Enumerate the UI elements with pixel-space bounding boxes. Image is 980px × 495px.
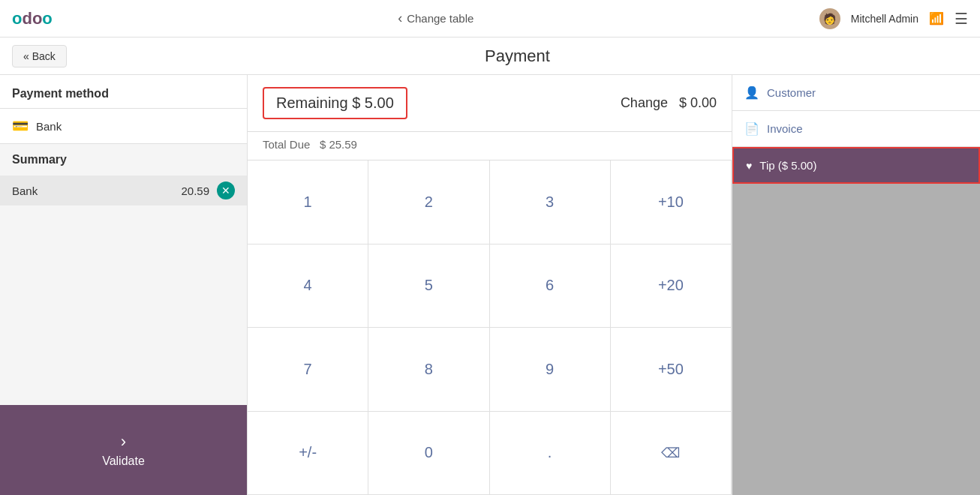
numpad-key-plus20[interactable]: +20 [611,244,732,328]
numpad-key-plusslashminus[interactable]: +/- [248,412,368,496]
numpad: 123+10456+20789+50+/-0.⌫ [248,160,732,495]
wifi-icon: 📶 [929,11,944,26]
main-layout: Payment method 💳 Bank Summary Bank 20.59… [0,75,980,495]
summary-row: Bank 20.59 ✕ [0,176,247,206]
remaining-amount: $ 5.00 [352,94,394,111]
change-table-button[interactable]: Change table [398,10,473,26]
remaining-box: Remaining $ 5.00 [263,87,407,119]
avatar: 🧑 [819,8,840,29]
numpad-key-0[interactable]: 0 [368,412,489,496]
numpad-key-9[interactable]: 9 [490,328,611,412]
total-due: Total Due $ 25.59 [248,132,732,160]
numpad-key-6[interactable]: 6 [490,244,611,328]
invoice-row[interactable]: 📄 Invoice [732,111,980,147]
right-panel: 👤 Customer 📄 Invoice ♥ Tip ($ 5.00) [732,75,980,495]
summary-amount: 20.59 [181,184,209,197]
numpad-key-7[interactable]: 7 [248,328,368,412]
bank-icon: 💳 [12,118,29,134]
remaining-label: Remaining [276,94,348,111]
numpad-key-8[interactable]: 8 [368,328,489,412]
hamburger-menu-icon[interactable]: ☰ [954,10,968,28]
customer-row[interactable]: 👤 Customer [732,75,980,111]
numpad-key-plus50[interactable]: +50 [611,328,732,412]
remaining-bar: Remaining $ 5.00 Change $ 0.00 [248,75,732,132]
back-button[interactable]: « Back [12,45,67,68]
numpad-key-2[interactable]: 2 [368,160,489,244]
numpad-key-1[interactable]: 1 [248,160,368,244]
admin-name: Mitchell Admin [851,13,918,25]
top-navigation: odoo Change table 🧑 Mitchell Admin 📶 ☰ [0,0,980,38]
customer-label: Customer [767,86,816,99]
top-right-controls: 🧑 Mitchell Admin 📶 ☰ [819,8,968,29]
summary-header: Summary [0,144,247,176]
validate-arrow-icon: › [121,432,126,452]
backspace-button[interactable]: ⌫ [611,412,732,496]
payment-method-header: Payment method [0,75,247,109]
numpad-key-.[interactable]: . [490,412,611,496]
numpad-key-3[interactable]: 3 [490,160,611,244]
summary-section: Summary Bank 20.59 ✕ [0,144,247,405]
tip-heart-icon: ♥ [746,160,752,172]
numpad-key-plus10[interactable]: +10 [611,160,732,244]
page-title: Payment [67,46,968,66]
change-table-label: Change table [407,12,473,25]
odoo-logo: odoo [12,9,53,28]
bank-label: Bank [36,120,62,133]
invoice-label: Invoice [767,122,803,135]
change-text: Change $ 0.00 [621,95,717,111]
validate-label: Validate [102,454,145,468]
numpad-key-4[interactable]: 4 [248,244,368,328]
tip-row[interactable]: ♥ Tip ($ 5.00) [732,147,980,184]
validate-section[interactable]: › Validate [0,405,247,495]
invoice-icon: 📄 [744,122,759,136]
center-panel: Remaining $ 5.00 Change $ 0.00 Total Due… [248,75,732,495]
remove-bank-button[interactable]: ✕ [217,182,235,200]
numpad-key-5[interactable]: 5 [368,244,489,328]
customer-icon: 👤 [744,86,759,100]
right-gray-area [732,184,980,495]
second-bar: « Back Payment [0,38,980,75]
left-panel: Payment method 💳 Bank Summary Bank 20.59… [0,75,248,495]
bank-item[interactable]: 💳 Bank [0,109,247,144]
tip-label: Tip ($ 5.00) [759,159,816,172]
summary-bank-label: Bank [12,184,181,197]
